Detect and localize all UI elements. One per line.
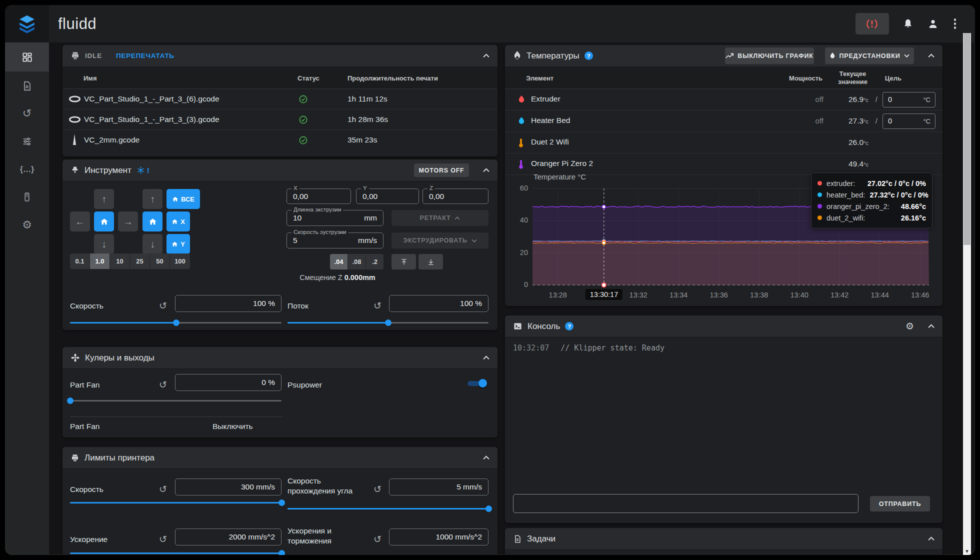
extrude-button[interactable]: ЭКСТРУДИРОВАТЬ (392, 232, 488, 248)
speed-reset-icon[interactable]: ↺ (159, 301, 167, 310)
psu-toggle[interactable] (466, 380, 487, 387)
scrollbar-down-arrow[interactable]: ▼ (963, 548, 971, 554)
sidebar-item-files[interactable] (5, 72, 49, 100)
console-settings-gear-icon[interactable]: ⚙ (906, 320, 914, 332)
notifications-button[interactable] (902, 18, 914, 30)
console-card-title: Консоль (528, 322, 560, 332)
page-scrollbar[interactable]: ▼ (963, 33, 971, 555)
reprint-button[interactable]: ПЕРЕПЕЧАТАТЬ (116, 52, 174, 60)
heater-row-extruder[interactable]: Extruder off 26.9°c / 0 °C (505, 89, 942, 110)
accel-slider[interactable] (70, 550, 282, 555)
step-option-active[interactable]: 1.0 (90, 254, 110, 269)
speed-factor-field[interactable]: 100 % (175, 295, 282, 312)
heater-row-bed[interactable]: Heater Bed off 27.3°c / 0 °C (505, 110, 942, 132)
overflow-menu-button[interactable] (952, 16, 958, 31)
toggle-chart-button[interactable]: ВЫКЛЮЧИТЬ ГРАФИК (725, 48, 814, 64)
extrude-speed-field[interactable]: Скорость эуструзии 5 mm/s (286, 232, 384, 248)
scv-slider[interactable] (288, 505, 488, 512)
presets-button[interactable]: ПРЕДУСТАНОВКИ (825, 48, 914, 64)
legend-dot (818, 181, 822, 186)
position-z-field[interactable]: Z 0,00 (422, 188, 488, 204)
retract-button[interactable]: РЕТРАКТ (392, 210, 488, 226)
collapse-chevron-icon[interactable] (928, 536, 934, 541)
help-icon[interactable]: ? (565, 322, 574, 330)
scrollbar-thumb[interactable] (964, 33, 970, 245)
dashboard-icon (22, 52, 33, 63)
flow-reset-icon[interactable]: ↺ (374, 301, 382, 310)
step-option[interactable]: 100 (170, 254, 190, 269)
decel-reset-icon[interactable]: ↺ (374, 534, 382, 544)
part-fan-reset-icon[interactable]: ↺ (159, 380, 167, 390)
collapse-chevron-icon[interactable] (483, 54, 490, 58)
motors-off-button[interactable]: MOTORS OFF (414, 164, 469, 177)
collapse-chevron-icon[interactable] (928, 324, 934, 328)
z-step-option[interactable]: .2 (366, 254, 384, 270)
home-xy-button[interactable] (94, 212, 114, 232)
velocity-slider[interactable] (70, 499, 282, 506)
extrude-length-field[interactable]: Длинна экструзии 10 mm (286, 210, 384, 226)
z-step-option[interactable]: .08 (348, 254, 366, 270)
target-temp-input[interactable]: 0 °C (882, 114, 936, 129)
emergency-stop-button[interactable] (856, 13, 889, 34)
separator: / (876, 116, 878, 125)
job-row[interactable]: VC_Part_Studio_1_-_Part_3_(6).gcode 1h 1… (62, 89, 498, 110)
sidebar-item-configuration[interactable]: {…} (5, 155, 49, 184)
collapse-chevron-icon[interactable] (483, 456, 490, 460)
scv-reset-icon[interactable]: ↺ (374, 484, 382, 494)
sidebar-item-dashboard[interactable] (5, 42, 49, 72)
tool-card-title: Инструмент (84, 166, 132, 176)
position-y-field[interactable]: Y 0,00 (356, 188, 419, 204)
collapse-chevron-icon[interactable] (928, 54, 934, 58)
sidebar-item-history[interactable]: ↺ (5, 99, 49, 128)
jog-z-plus-button[interactable]: ↑ (142, 189, 162, 209)
tune-sliders-icon (22, 136, 32, 147)
console-input[interactable] (513, 494, 858, 513)
sidebar-item-system[interactable] (5, 182, 49, 212)
position-x-field[interactable]: X 0,00 (286, 188, 351, 204)
x-tick-label: 13:36 (710, 291, 728, 299)
decel-field[interactable]: 1000 mm/s^2 (389, 528, 488, 546)
home-y-button[interactable]: Y (166, 234, 190, 254)
fans-card-header: Кулеры и выходы (62, 347, 498, 369)
step-option[interactable]: 0.1 (70, 254, 90, 269)
flow-factor-slider[interactable] (288, 319, 488, 326)
fluidd-logo[interactable] (5, 5, 49, 42)
accel-reset-icon[interactable]: ↺ (159, 534, 167, 544)
job-row[interactable]: VC_Part_Studio_1_-_Part_3_(3).gcode 1h 2… (62, 110, 498, 130)
flow-factor-field[interactable]: 100 % (389, 295, 488, 312)
home-all-button[interactable]: ВСЕ (166, 189, 200, 209)
jog-x-plus-button[interactable]: → (118, 212, 138, 232)
sensor-current: 26.0°c (848, 138, 868, 147)
arrow-down-icon: ↓ (102, 238, 106, 250)
heater-name: Extruder (531, 94, 560, 104)
velocity-reset-icon[interactable]: ↺ (159, 484, 167, 494)
jog-z-minus-button[interactable]: ↓ (142, 234, 162, 254)
jog-y-minus-button[interactable]: ↓ (94, 234, 114, 254)
velocity-field[interactable]: 300 mm/s (175, 478, 282, 496)
speed-factor-slider[interactable] (70, 319, 282, 326)
step-option[interactable]: 10 (110, 254, 130, 269)
console-send-button[interactable]: ОТПРАВИТЬ (870, 496, 930, 512)
part-fan-slider[interactable] (70, 397, 282, 404)
home-z-button[interactable] (142, 212, 162, 232)
scv-field[interactable]: 5 mm/s (389, 478, 488, 496)
help-icon[interactable]: ? (584, 52, 593, 60)
z-step-option-active[interactable]: .04 (330, 254, 348, 270)
target-temp-input[interactable]: 0 °C (882, 92, 936, 108)
step-option[interactable]: 50 (150, 254, 170, 269)
z-offset-down-button[interactable] (418, 254, 443, 270)
collapse-chevron-icon[interactable] (483, 168, 490, 172)
job-row[interactable]: VC_2mm.gcode 35m 23s (62, 130, 498, 150)
collapse-chevron-icon[interactable] (483, 356, 490, 360)
part-fan-field[interactable]: 0 % (175, 374, 282, 391)
jog-x-minus-button[interactable]: ← (70, 212, 90, 232)
accel-field[interactable]: 2000 mm/s^2 (175, 528, 282, 546)
jog-y-plus-button[interactable]: ↑ (94, 189, 114, 209)
step-option[interactable]: 25 (130, 254, 150, 269)
home-x-button[interactable]: X (166, 212, 190, 232)
sidebar-item-tune[interactable] (5, 127, 49, 156)
user-button[interactable] (927, 18, 939, 30)
sidebar-item-settings[interactable]: ⚙ (5, 210, 49, 240)
z-offset-up-button[interactable] (392, 254, 416, 270)
psu-label: Psupower (288, 380, 322, 390)
